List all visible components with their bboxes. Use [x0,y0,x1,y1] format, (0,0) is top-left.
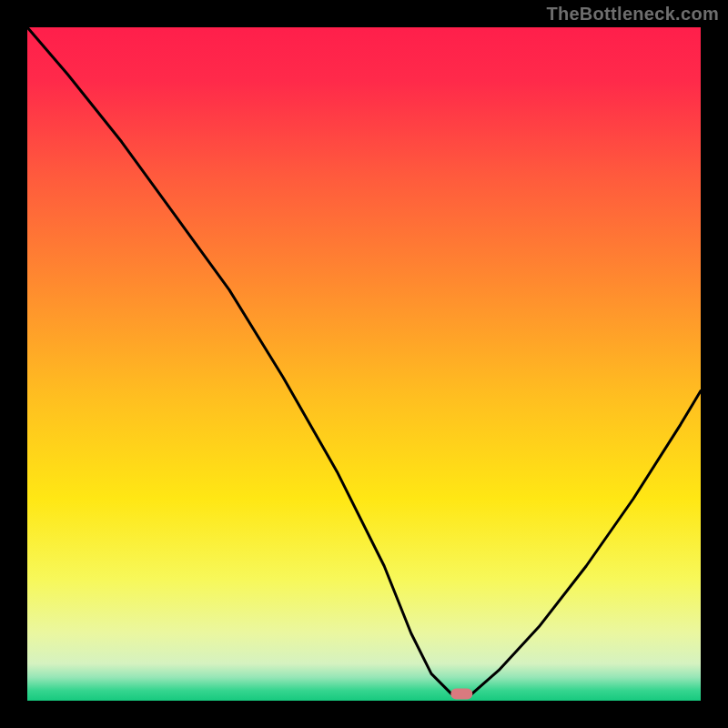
watermark-text: TheBottleneck.com [546,4,719,25]
chart-frame: TheBottleneck.com [0,0,728,728]
bottleneck-chart [0,0,728,728]
optimal-marker [450,689,472,700]
gradient-background [27,27,701,701]
